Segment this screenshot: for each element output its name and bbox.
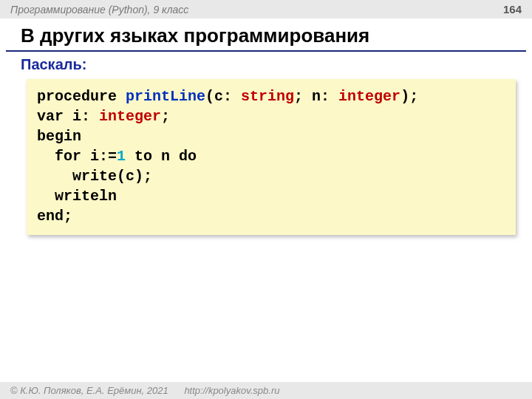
code-text: to n do — [126, 148, 197, 165]
code-proc-name: printLine — [126, 88, 205, 105]
code-text: (c: — [205, 88, 241, 105]
course-label: Программирование (Python), 9 класс — [10, 4, 188, 16]
header-bar: Программирование (Python), 9 класс 164 — [0, 0, 532, 18]
code-text: write(c); — [37, 168, 152, 185]
footer-bar: © К.Ю. Поляков, Е.А. Ерёмин, 2021 http:/… — [0, 382, 532, 399]
code-type-integer: integer — [99, 108, 161, 125]
pascal-code-block: procedure printLine(c: string; n: intege… — [27, 79, 516, 235]
code-text: begin — [37, 128, 81, 145]
code-text: for i:= — [37, 148, 117, 165]
code-type-string: string — [241, 88, 294, 105]
code-text: end; — [37, 208, 72, 225]
code-text: var i: — [37, 108, 99, 125]
page-title: В других языках программирования — [6, 18, 526, 52]
footer-url: http://kpolyakov.spb.ru — [184, 385, 279, 396]
code-text: ); — [400, 88, 418, 105]
subtitle-pascal: Паскаль: — [0, 52, 532, 78]
copyright-text: © К.Ю. Поляков, Е.А. Ерёмин, 2021 — [10, 385, 168, 396]
code-text: writeln — [37, 188, 117, 205]
code-type-integer: integer — [338, 88, 400, 105]
code-text: ; — [161, 108, 170, 125]
page-number: 164 — [503, 3, 522, 16]
code-text: procedure — [37, 88, 126, 105]
code-text: ; n: — [294, 88, 338, 105]
code-number: 1 — [117, 148, 126, 165]
